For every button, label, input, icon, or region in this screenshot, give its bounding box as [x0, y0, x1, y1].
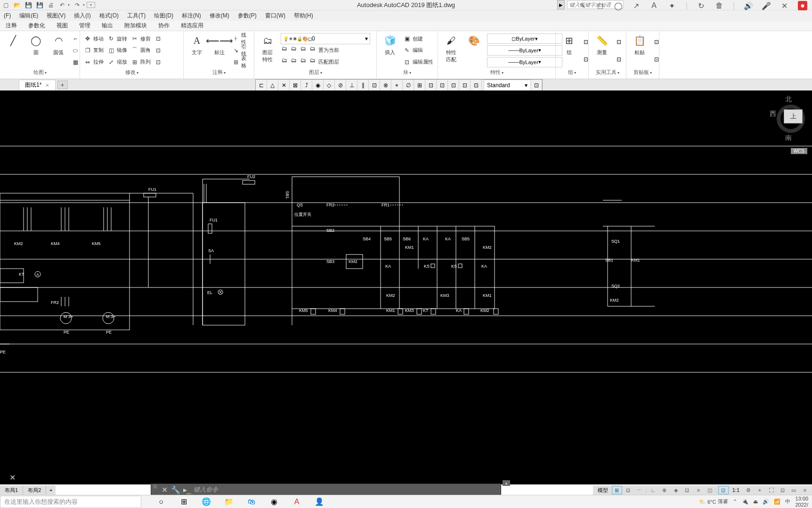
- qat-more[interactable]: ▾: [87, 2, 95, 8]
- menu-view[interactable]: 视图(V): [47, 12, 65, 20]
- tab-annotate[interactable]: 注释: [4, 21, 19, 31]
- fillet-button[interactable]: ⌒圆角: [131, 45, 151, 56]
- mirror-button[interactable]: ◫镜像: [107, 45, 127, 56]
- snap-cen-icon[interactable]: ◉: [312, 80, 324, 91]
- snap-ins-icon[interactable]: ⊡: [369, 80, 380, 91]
- taskbar-explorer-icon[interactable]: 📁: [223, 496, 235, 508]
- snap-ext-icon[interactable]: ⤴: [301, 80, 312, 91]
- status-iso-icon[interactable]: ◈: [671, 486, 681, 494]
- snap-appint-icon[interactable]: ⊠: [290, 80, 301, 91]
- speaker-icon[interactable]: 🔊: [744, 1, 753, 10]
- palette-close-icon[interactable]: ✕: [9, 473, 16, 482]
- dim-button[interactable]: ⟵⟶标注: [210, 33, 229, 68]
- line-button[interactable]: ╱: [4, 33, 23, 68]
- tray-ime[interactable]: 中: [785, 498, 790, 505]
- paste-button[interactable]: 📋粘贴: [630, 33, 649, 68]
- block-editattr[interactable]: ⊡编辑属性: [403, 57, 433, 68]
- status-more-icon[interactable]: ⋯: [634, 486, 645, 494]
- open-icon[interactable]: 📂: [13, 1, 21, 9]
- match-props-button[interactable]: 🖌特性 匹配: [442, 33, 461, 68]
- snap-end-icon[interactable]: ⊏: [256, 80, 267, 91]
- tab-output[interactable]: 输出: [100, 21, 115, 31]
- viewcube-wcs[interactable]: WCS: [791, 148, 807, 154]
- undo-icon[interactable]: ↶: [58, 1, 66, 9]
- viewcube-top[interactable]: 上: [784, 109, 803, 123]
- trash-icon[interactable]: 🗑: [715, 1, 723, 10]
- array-button[interactable]: ⊞阵列: [131, 57, 151, 68]
- plot-icon[interactable]: 🖨: [47, 1, 55, 9]
- viewcube-west[interactable]: 西: [770, 110, 776, 118]
- snap-perp-icon[interactable]: ⊥: [346, 80, 357, 91]
- block-edit[interactable]: ✎编辑: [403, 45, 433, 56]
- leader-button[interactable]: ↘引线: [233, 45, 250, 56]
- color-combo[interactable]: ◻ ByLayer ▾: [487, 33, 562, 44]
- status-lwt-icon[interactable]: ≡: [693, 486, 704, 494]
- taskbar-edge-icon[interactable]: 🌐: [201, 496, 212, 508]
- scale-button[interactable]: ⤢缩放: [107, 57, 127, 68]
- status-menu-icon[interactable]: ≡: [800, 486, 810, 494]
- tab-view[interactable]: 视图: [55, 21, 70, 31]
- taskbar-store-icon[interactable]: 🛍: [246, 496, 257, 508]
- taskbar-cortana-icon[interactable]: ○: [155, 496, 167, 508]
- tab-collab[interactable]: 协作: [156, 21, 171, 31]
- mic-icon[interactable]: 🎤: [762, 1, 771, 10]
- cmd-history-icon[interactable]: ▲: [503, 480, 510, 486]
- status-trans-icon[interactable]: ◫: [705, 486, 715, 494]
- snap-mid-icon[interactable]: △: [267, 80, 278, 91]
- text-button[interactable]: A文字: [187, 33, 206, 68]
- square-icon[interactable]: ◻: [596, 1, 605, 10]
- status-model[interactable]: 模型: [595, 487, 611, 494]
- snap-tan-icon[interactable]: ⊘: [335, 80, 346, 91]
- layout-tab-2[interactable]: 布局2: [23, 486, 46, 495]
- hatch-small[interactable]: ▦: [72, 57, 79, 68]
- new-tab-button[interactable]: +: [57, 81, 68, 89]
- menu-tools[interactable]: 工具(T): [127, 12, 146, 20]
- cmd-drag-handle[interactable]: [153, 485, 157, 494]
- match-layer[interactable]: 匹配图层: [318, 57, 339, 68]
- snap-osnap-icon[interactable]: ⊞: [414, 80, 425, 91]
- text-a-icon[interactable]: A: [650, 1, 658, 10]
- move-button[interactable]: ✥移动: [84, 33, 104, 44]
- tab-addins[interactable]: 附加模块: [122, 21, 149, 31]
- menu-insert[interactable]: 插入(I): [74, 12, 90, 20]
- taskbar-app1-icon[interactable]: ◉: [268, 496, 280, 508]
- measure-button[interactable]: 📏测量: [593, 33, 611, 68]
- taskbar-taskview-icon[interactable]: ⊞: [178, 496, 189, 508]
- ellipse-small[interactable]: ⬭: [72, 45, 79, 56]
- copy-button[interactable]: ❐复制: [84, 45, 104, 56]
- menu-help[interactable]: 帮助(H): [294, 12, 313, 20]
- cmd-settings-icon[interactable]: 🔧: [171, 485, 180, 494]
- new-icon[interactable]: ▢: [2, 1, 9, 9]
- cmd-close-icon[interactable]: ✕: [160, 485, 169, 494]
- layout-add-button[interactable]: +: [46, 487, 56, 493]
- snap-par-icon[interactable]: ∥: [357, 80, 369, 91]
- group-button[interactable]: ⊞组: [560, 33, 578, 68]
- menu-draw[interactable]: 绘图(D): [154, 12, 173, 20]
- lineweight-combo[interactable]: ─── ByLayer ▾: [487, 45, 562, 56]
- status-polar-icon[interactable]: ⊕: [659, 486, 670, 494]
- saveas-icon[interactable]: 💾: [36, 1, 43, 9]
- linetype-combo[interactable]: ─── ByLayer ▾: [487, 57, 562, 67]
- menu-format[interactable]: 格式(O): [99, 12, 119, 20]
- status-clean-icon[interactable]: ▭: [788, 486, 799, 494]
- taskbar-search-input[interactable]: 在这里输入你想搜索的内容: [0, 496, 141, 508]
- tray-network-icon[interactable]: 📶: [774, 499, 780, 505]
- share-icon[interactable]: ↗: [632, 1, 641, 10]
- save-icon[interactable]: 💾: [24, 1, 32, 9]
- redo-icon[interactable]: ↷: [73, 1, 81, 9]
- taskbar-clock[interactable]: 13:00 2022/: [795, 496, 808, 507]
- command-input[interactable]: 键入命令: [194, 485, 499, 494]
- snap-none-icon[interactable]: ∅: [403, 80, 414, 91]
- record-icon[interactable]: ●: [798, 1, 807, 10]
- taskbar-weather[interactable]: ⛅ 6°C 薄雾: [699, 498, 728, 505]
- status-snap-icon[interactable]: ⊡: [623, 486, 633, 494]
- trim-button[interactable]: ✂修剪: [131, 33, 151, 44]
- edit-icon[interactable]: ✎: [578, 1, 587, 10]
- block-create[interactable]: ▣创建: [403, 33, 433, 44]
- status-max-icon[interactable]: ⛶: [766, 486, 776, 494]
- close-big-icon[interactable]: ✕: [780, 1, 788, 10]
- menu-param[interactable]: 参数(P): [238, 12, 257, 20]
- tab-manage[interactable]: 管理: [77, 21, 92, 31]
- status-cust-icon[interactable]: ⊡: [777, 486, 788, 494]
- tab-close-icon[interactable]: ×: [45, 82, 49, 89]
